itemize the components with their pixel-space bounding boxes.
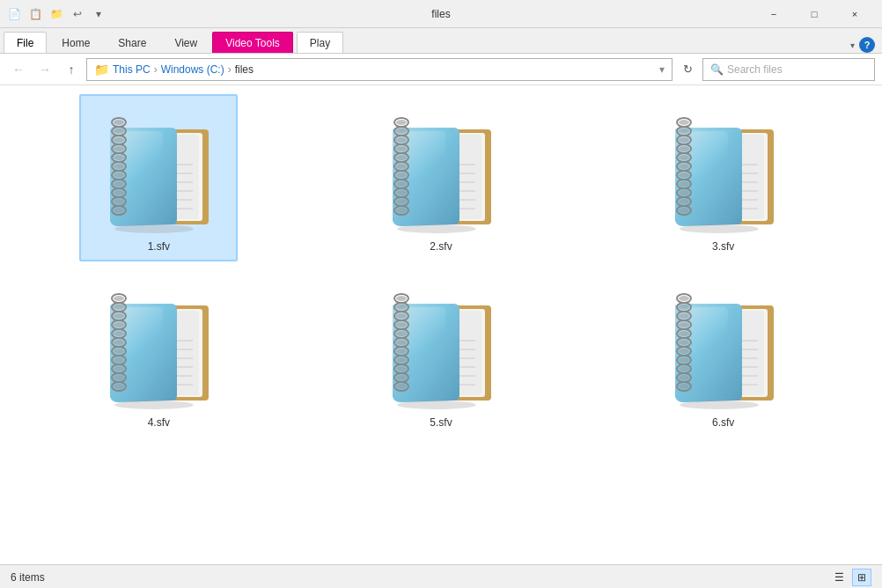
svg-point-138 (396, 296, 407, 301)
address-bar[interactable]: 📁 This PC › Windows (C:) › files ▾ (86, 58, 673, 81)
address-dropdown-icon[interactable]: ▾ (659, 63, 665, 76)
svg-point-170 (679, 296, 689, 301)
tab-view[interactable]: View (161, 32, 210, 53)
svg-point-108 (114, 305, 124, 310)
svg-point-84 (679, 164, 689, 169)
window-title: files (431, 8, 450, 20)
ribbon-expand-icon[interactable]: ▾ (845, 38, 859, 52)
search-bar[interactable]: 🔍 Search files (702, 58, 875, 81)
svg-point-176 (679, 322, 689, 327)
svg-point-56 (396, 181, 407, 187)
tab-video-tools[interactable]: Video Tools (212, 32, 293, 53)
main-content: 1.sfv (0, 85, 882, 564)
file-item-5[interactable]: 5.sfv (362, 270, 520, 437)
svg-point-182 (679, 349, 689, 354)
svg-point-74 (679, 120, 689, 125)
svg-point-80 (679, 146, 689, 151)
folder-icon: 📁 (49, 7, 63, 21)
svg-point-174 (679, 313, 689, 319)
maximize-button[interactable]: □ (794, 0, 834, 28)
file-label-2: 2.sfv (430, 240, 452, 253)
file-icon-svg (658, 103, 790, 235)
up-button[interactable]: ↑ (60, 58, 83, 81)
file-label-1: 1.sfv (148, 240, 170, 253)
breadcrumb-sep-1: › (154, 63, 158, 76)
svg-point-46 (396, 137, 407, 143)
svg-point-92 (679, 199, 689, 204)
breadcrumb-files: files (235, 63, 254, 76)
ribbon: File Home Share View Video Tools Play ▾ … (0, 28, 882, 54)
svg-point-106 (114, 296, 124, 301)
svg-point-156 (396, 375, 407, 380)
svg-point-116 (114, 340, 124, 345)
svg-point-14 (114, 137, 124, 143)
svg-point-118 (114, 349, 124, 354)
svg-point-172 (679, 305, 689, 310)
minimize-button[interactable]: − (753, 0, 794, 28)
svg-point-110 (114, 313, 124, 319)
svg-point-58 (396, 190, 407, 195)
svg-point-20 (114, 164, 124, 169)
svg-point-10 (114, 120, 124, 125)
svg-point-26 (114, 190, 124, 195)
svg-point-154 (396, 366, 407, 371)
svg-point-114 (114, 331, 124, 336)
svg-point-126 (114, 384, 124, 389)
file-icon-svg (92, 279, 224, 411)
svg-point-50 (396, 155, 407, 160)
svg-point-16 (114, 146, 124, 151)
grid-view-button[interactable]: ⊞ (852, 569, 871, 586)
svg-point-18 (114, 155, 124, 160)
refresh-button[interactable]: ↻ (676, 58, 699, 81)
file-item-3[interactable]: 3.sfv (644, 94, 803, 261)
file-icon-svg (658, 279, 790, 411)
svg-point-112 (114, 322, 124, 327)
svg-point-28 (114, 199, 124, 204)
svg-point-180 (679, 340, 689, 345)
dropdown-arrow-icon[interactable]: ▾ (92, 7, 106, 21)
file-grid: 1.sfv (0, 85, 882, 564)
item-count: 6 items (11, 571, 45, 584)
file-item-6[interactable]: 6.sfv (644, 270, 803, 437)
breadcrumb-this-pc[interactable]: This PC (113, 63, 151, 76)
tab-play[interactable]: Play (297, 32, 343, 53)
list-view-button[interactable]: ☰ (829, 569, 849, 586)
undo-icon: ↩ (70, 7, 85, 21)
breadcrumb-windows-c[interactable]: Windows (C:) (161, 63, 224, 76)
file-item-2[interactable]: 2.sfv (362, 94, 520, 261)
file-item-4[interactable]: 4.sfv (79, 270, 238, 437)
svg-point-124 (114, 375, 124, 380)
tab-file[interactable]: File (4, 32, 47, 53)
svg-point-24 (114, 181, 124, 187)
svg-point-54 (396, 173, 407, 178)
file-item-1[interactable]: 1.sfv (79, 94, 238, 261)
tab-home[interactable]: Home (48, 32, 103, 53)
back-button[interactable]: ← (7, 58, 30, 81)
svg-point-122 (114, 366, 124, 371)
breadcrumb-folder-icon: 📁 (94, 62, 109, 77)
svg-point-48 (396, 146, 407, 151)
forward-button[interactable]: → (33, 58, 56, 81)
svg-point-78 (679, 137, 689, 143)
svg-point-142 (396, 313, 407, 319)
file-icon-svg (92, 103, 224, 235)
svg-point-86 (679, 173, 689, 178)
search-placeholder-text: Search files (727, 63, 783, 76)
tab-share[interactable]: Share (105, 32, 159, 53)
svg-point-190 (679, 384, 689, 389)
file-icon-svg (375, 279, 507, 411)
view-controls: ☰ ⊞ (829, 569, 871, 586)
svg-point-148 (396, 340, 407, 345)
close-button[interactable]: × (834, 0, 875, 28)
file-label-4: 4.sfv (148, 416, 170, 429)
file-label-5: 5.sfv (430, 416, 452, 429)
svg-point-12 (114, 129, 124, 134)
svg-point-152 (396, 357, 407, 363)
status-bar: 6 items ☰ ⊞ (0, 564, 882, 588)
svg-point-44 (396, 129, 407, 134)
svg-point-94 (679, 208, 689, 213)
help-icon[interactable]: ? (859, 37, 875, 53)
svg-point-60 (396, 199, 407, 204)
svg-point-159 (397, 401, 476, 409)
copy-icon: 📋 (28, 7, 42, 21)
